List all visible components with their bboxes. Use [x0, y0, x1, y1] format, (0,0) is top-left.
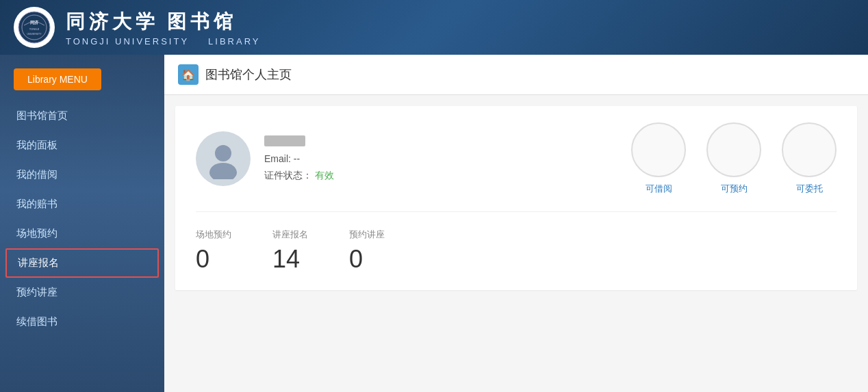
stat-lecture-signup-label: 讲座报名 [272, 228, 308, 241]
sidebar-label-lecture-reserve: 预约讲座 [16, 286, 58, 299]
profile-email: Email: -- [264, 153, 617, 164]
main-content: 🏠 图书馆个人主页 Email: -- [164, 55, 868, 392]
sidebar-item-library-home[interactable]: 图书馆首页 [0, 101, 164, 131]
circle-borrowable-ring [631, 122, 686, 177]
sidebar: Library MENU 图书馆首页 我的面板 我的借阅 我的赔书 场地预约 讲… [0, 55, 164, 392]
header: 同济 TONGJI UNIVERSITY 同济大学 图书馆 TONGJI UNI… [0, 0, 868, 55]
avatar [196, 131, 251, 186]
profile-name-bar [264, 135, 305, 146]
library-menu-button[interactable]: Library MENU [14, 68, 101, 90]
circle-borrowable: 可借阅 [631, 122, 686, 195]
stat-lecture-signup: 讲座报名 14 [272, 228, 308, 274]
profile-top: Email: -- 证件状态： 有效 可借阅 [196, 122, 837, 212]
svg-text:UNIVERSITY: UNIVERSITY [27, 33, 42, 36]
stat-lecture-reserve-label: 预约讲座 [349, 228, 385, 241]
sidebar-item-lecture-reserve[interactable]: 预约讲座 [0, 278, 164, 307]
circle-delegatable: 可委托 [782, 122, 837, 195]
svg-text:TONGJI: TONGJI [29, 27, 40, 31]
sidebar-label-fines: 我的赔书 [16, 198, 58, 211]
main-layout: Library MENU 图书馆首页 我的面板 我的借阅 我的赔书 场地预约 讲… [0, 55, 868, 392]
sidebar-label-lecture-signup: 讲座报名 [18, 257, 59, 270]
library-name-en: LIBRARY [208, 36, 260, 47]
circle-delegatable-ring [782, 122, 837, 177]
svg-point-6 [209, 163, 237, 179]
sidebar-label-dashboard: 我的面板 [16, 139, 58, 152]
stat-venue: 场地预约 0 [196, 228, 231, 274]
circle-reservable-label: 可预约 [721, 183, 748, 195]
svg-point-5 [215, 145, 231, 161]
stat-lecture-reserve-value: 0 [349, 245, 363, 274]
stat-venue-value: 0 [196, 245, 209, 274]
sidebar-item-fines[interactable]: 我的赔书 [0, 190, 164, 219]
page-header: 🏠 图书馆个人主页 [164, 55, 868, 95]
circle-delegatable-label: 可委托 [796, 183, 823, 195]
page-header-wrapper: 🏠 图书馆个人主页 [164, 55, 868, 95]
profile-info: Email: -- 证件状态： 有效 [264, 135, 617, 182]
profile-status: 证件状态： 有效 [264, 170, 617, 182]
sidebar-item-dashboard[interactable]: 我的面板 [0, 131, 164, 160]
sidebar-label-renew: 续借图书 [16, 315, 58, 328]
sidebar-item-renew[interactable]: 续借图书 [0, 307, 164, 337]
university-name-cn: 同济大学 [66, 9, 159, 35]
stats-row: 场地预约 0 讲座报名 14 预约讲座 0 [196, 212, 837, 274]
profile-status-value: 有效 [315, 170, 334, 181]
profile-section: Email: -- 证件状态： 有效 可借阅 [175, 106, 857, 290]
circle-reservable: 可预约 [706, 122, 761, 195]
sidebar-label-library-home: 图书馆首页 [16, 109, 68, 122]
sidebar-item-lecture-signup[interactable]: 讲座报名 [5, 248, 159, 278]
sidebar-item-venue[interactable]: 场地预约 [0, 219, 164, 248]
stat-venue-label: 场地预约 [196, 228, 231, 241]
stats-circles: 可借阅 可预约 可委托 [631, 122, 837, 195]
circle-borrowable-label: 可借阅 [646, 183, 672, 195]
university-name-en: TONGJI UNIVERSITY [66, 36, 189, 47]
sidebar-label-borrowing: 我的借阅 [16, 168, 58, 181]
page-title: 图书馆个人主页 [205, 66, 292, 83]
stat-lecture-reserve: 预约讲座 0 [349, 228, 385, 274]
library-name-cn: 图书馆 [167, 9, 237, 35]
home-icon: 🏠 [178, 64, 199, 85]
stat-lecture-signup-value: 14 [272, 245, 300, 274]
sidebar-label-venue: 场地预约 [16, 227, 58, 240]
university-logo: 同济 TONGJI UNIVERSITY [14, 7, 55, 48]
header-text: 同济大学 图书馆 TONGJI UNIVERSITY LIBRARY [66, 9, 260, 47]
circle-reservable-ring [706, 122, 761, 177]
sidebar-item-borrowing[interactable]: 我的借阅 [0, 160, 164, 190]
